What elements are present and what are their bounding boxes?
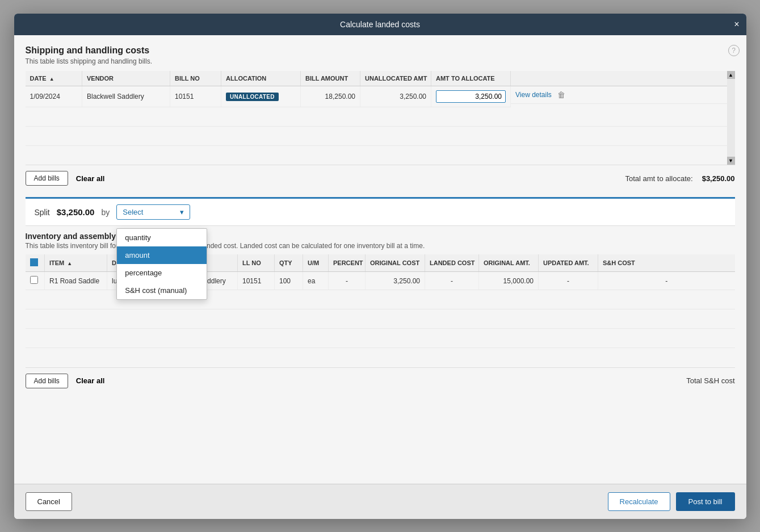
inv-add-bills-button[interactable]: Add bills (26, 374, 68, 388)
cell-qty: 100 (275, 272, 303, 290)
col-vendor: VENDOR (82, 71, 170, 86)
select-all-checkbox[interactable] (30, 258, 38, 266)
view-details-link[interactable]: View details (515, 91, 552, 99)
cell-allocation: UNALLOCATED (221, 86, 301, 107)
cell-bill-no: 10151 (170, 86, 221, 107)
cell-um: ea (303, 272, 329, 290)
clear-all-button[interactable]: Clear all (76, 174, 105, 183)
inv-empty-row-4 (26, 348, 735, 367)
select-dropdown[interactable]: Select ▾ (116, 204, 190, 220)
add-bills-button[interactable]: Add bills (26, 171, 68, 186)
cell-bill-no-inv: 10151 (238, 272, 275, 290)
modal-overlay: Calculate landed costs × ? Shipping and … (0, 0, 760, 532)
col-updated-amt: UPDATED AMT. (539, 254, 598, 272)
dropdown-item-amount[interactable]: amount (117, 246, 207, 264)
col-allocation: ALLOCATION (221, 71, 301, 86)
inv-empty-row-3 (26, 329, 735, 348)
split-amount: $3,250.00 (57, 207, 95, 217)
dropdown-menu: quantity amount percentage S&H cost (man… (116, 228, 207, 300)
cell-original-amt: 15,000.00 (479, 272, 539, 290)
cell-percent: - (329, 272, 366, 290)
modal-footer: Cancel Recalculate Post to bill (14, 484, 746, 519)
footer-right: Recalculate Post to bill (608, 492, 735, 511)
col-original-amt: ORIGINAL AMT. (479, 254, 539, 272)
cell-amt-to-allocate[interactable] (431, 86, 511, 107)
scroll-up-icon[interactable]: ▲ (727, 71, 735, 79)
cell-date: 1/09/2024 (26, 86, 82, 107)
shipping-section: Shipping and handling costs This table l… (26, 45, 735, 165)
cell-check[interactable] (26, 272, 45, 290)
modal: Calculate landed costs × ? Shipping and … (14, 14, 746, 519)
col-amt-to-allocate: AMT TO ALLOCATE (431, 71, 511, 86)
col-bill-no-inv: LL NO (238, 254, 275, 272)
col-original-cost: ORIGINAL COST (366, 254, 425, 272)
cell-bill-amount: 18,250.00 (301, 86, 360, 107)
cell-item: R1 Road Saddle (45, 272, 107, 290)
shipping-row: 1/09/2024 Blackwell Saddlery 10151 UNALL… (26, 86, 735, 107)
cell-updated-amt: - (539, 272, 598, 290)
cell-original-cost: 3,250.00 (366, 272, 425, 290)
scroll-down-icon[interactable]: ▼ (727, 157, 735, 165)
col-qty: QTY (275, 254, 303, 272)
col-bill-no: BILL NO (170, 71, 221, 86)
split-by: by (101, 208, 110, 217)
post-to-bill-button[interactable]: Post to bill (676, 492, 735, 511)
amt-to-allocate-input[interactable] (436, 90, 506, 103)
shipping-subtitle: This table lists shipping and handling b… (26, 57, 735, 65)
shipping-table: DATE ▲ VENDOR BILL NO ALLOCATION BILL AM… (26, 71, 735, 165)
cell-sh-cost: - (598, 272, 735, 290)
help-icon[interactable]: ? (728, 45, 740, 56)
shipping-header-row: DATE ▲ VENDOR BILL NO ALLOCATION BILL AM… (26, 71, 735, 86)
cell-vendor: Blackwell Saddlery (82, 86, 170, 107)
col-item: ITEM ▲ (45, 254, 107, 272)
select-container: Select ▾ quantity amount percentage S&H … (116, 204, 190, 220)
shipping-footer: Add bills Clear all Total amt to allocat… (26, 165, 735, 191)
col-bill-amount: BILL AMOUNT (301, 71, 360, 86)
close-button[interactable]: × (734, 20, 739, 29)
total-label: Total amt to allocate: (625, 174, 692, 183)
cell-unallocated-amt: 3,250.00 (360, 86, 431, 107)
col-unallocated-amt: UNALLOCATED AMT (360, 71, 431, 86)
unallocated-badge: UNALLOCATED (226, 93, 279, 101)
col-percent: PERCENT (329, 254, 366, 272)
modal-header: Calculate landed costs × (14, 14, 746, 35)
total-value: $3,250.00 (702, 174, 735, 183)
inv-empty-row-2 (26, 309, 735, 329)
col-actions (511, 71, 735, 86)
col-um: U/M (303, 254, 329, 272)
shipping-table-container: DATE ▲ VENDOR BILL NO ALLOCATION BILL AM… (26, 71, 735, 165)
cell-landed-cost: - (425, 272, 479, 290)
shipping-scrollbar[interactable]: ▲ ▼ (727, 71, 735, 165)
inv-clear-all-button[interactable]: Clear all (76, 376, 105, 385)
chevron-down-icon: ▾ (180, 208, 184, 216)
split-label: Split (35, 208, 50, 217)
modal-title: Calculate landed costs (340, 20, 420, 29)
select-placeholder: Select (123, 208, 143, 216)
col-landed-cost: LANDED COST (425, 254, 479, 272)
split-bar: Split $3,250.00 by Select ▾ quantity amo… (26, 197, 735, 226)
item-sort-icon: ▲ (67, 261, 72, 266)
col-sh-cost: S&H COST (598, 254, 735, 272)
empty-row-3 (26, 145, 735, 165)
cell-actions: View details 🗑 (511, 86, 735, 104)
inventory-footer: Add bills Clear all Total S&H cost (26, 367, 735, 394)
col-date: DATE ▲ (26, 71, 82, 86)
row-checkbox[interactable] (30, 276, 38, 284)
dropdown-item-quantity[interactable]: quantity (117, 229, 207, 246)
inv-total-label: Total S&H cost (686, 376, 734, 385)
delete-icon[interactable]: 🗑 (557, 90, 565, 99)
date-sort-icon: ▲ (49, 76, 54, 82)
empty-row-2 (26, 126, 735, 145)
shipping-title: Shipping and handling costs (26, 45, 735, 56)
col-check (26, 254, 45, 272)
dropdown-item-sh-cost[interactable]: S&H cost (manual) (117, 282, 207, 299)
modal-body: Shipping and handling costs This table l… (14, 35, 746, 484)
cancel-button[interactable]: Cancel (26, 492, 72, 511)
recalculate-button[interactable]: Recalculate (608, 492, 670, 511)
empty-row-1 (26, 107, 735, 126)
dropdown-item-percentage[interactable]: percentage (117, 264, 207, 282)
